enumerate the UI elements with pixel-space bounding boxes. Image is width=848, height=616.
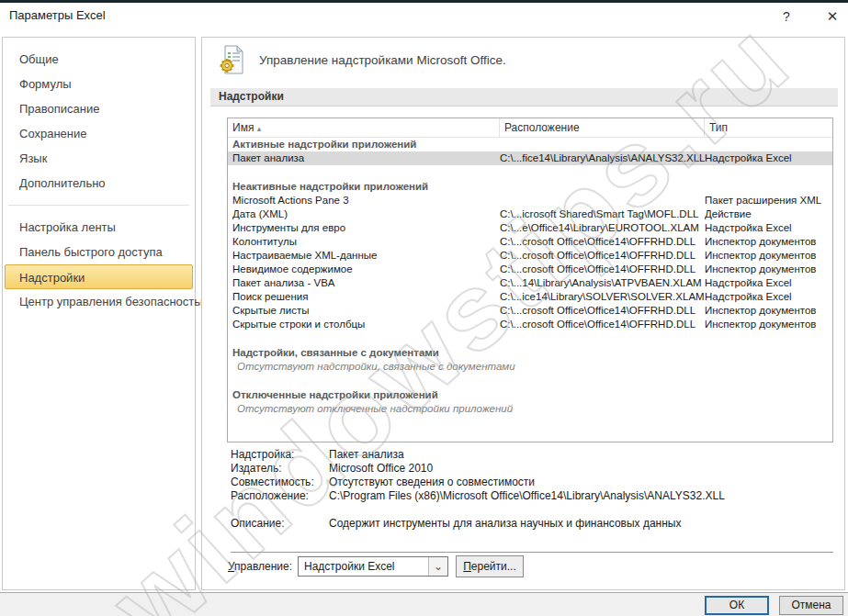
window-top-edge [0, 0, 848, 3]
addin-cell-name: Пакет анализа [228, 151, 500, 165]
addin-cell-type: Пакет расширения XML [705, 194, 832, 207]
window-title: Параметры Excel [9, 8, 106, 22]
detail-row: Надстройка:Пакет анализа [231, 448, 725, 462]
detail-value: C:\Program Files (x86)\Microsoft Office\… [329, 489, 725, 503]
addin-cell-name: Скрытые листы [228, 304, 500, 318]
addins-gear-document-icon [217, 44, 248, 75]
addin-cell-loc: C:\...14\Library\Analysis\ATPVBAEN.XLAM [500, 276, 705, 290]
detail-label: Издатель: [231, 462, 329, 476]
detail-value: Microsoft Office 2010 [329, 462, 433, 476]
detail-row: Описание:Содержит инструменты для анализ… [231, 517, 725, 531]
addins-page: Управление надстройками Microsoft Office… [201, 37, 845, 590]
addin-group-header: Активные надстройки приложений [228, 138, 832, 151]
addin-cell-loc: C:\...ice14\Library\SOLVER\SOLVER.XLAM [500, 290, 705, 304]
go-button-label: Перейти... [463, 556, 516, 577]
manage-label: Управление: [228, 560, 292, 573]
addin-row[interactable]: Инструменты для евроC:\...e\Office14\Lib… [228, 221, 832, 235]
detail-label: Совместимость: [231, 476, 329, 489]
detail-value: Пакет анализа [329, 448, 404, 462]
spacer-row [228, 165, 832, 180]
sidebar-item[interactable]: Сохранение [3, 121, 195, 146]
addin-cell-name: Скрытые строки и столбцы [228, 318, 500, 331]
detail-value: Отсутствуют сведения о совместимости [329, 476, 535, 489]
addin-placeholder: Отсутствуют надстройки, связанные с доку… [228, 360, 832, 374]
addin-row[interactable]: Пакет анализа - VBAC:\...14\Library\Anal… [228, 276, 832, 290]
addin-cell-type: Инспектор документов [705, 249, 832, 263]
addin-cell-name: Поиск решения [228, 290, 500, 304]
addin-cell-loc: C:\...e\Office14\Library\EUROTOOL.XLAM [500, 221, 705, 235]
detail-label: Описание: [231, 517, 329, 531]
addin-cell-type: Инспектор документов [705, 235, 832, 249]
addin-row[interactable]: Настраиваемые XML-данныеC:\...crosoft Of… [228, 249, 832, 263]
column-header-name-label: Имя [232, 121, 254, 134]
addin-row[interactable]: Скрытые листыC:\...crosoft Office\Office… [228, 304, 832, 318]
detail-label: Надстройка: [231, 448, 329, 462]
addin-cell-name: Инструменты для евро [228, 221, 500, 235]
detail-row: Расположение:C:\Program Files (x86)\Micr… [231, 489, 725, 503]
sidebar-separator [8, 205, 189, 206]
sidebar-item[interactable]: Общие [3, 47, 195, 72]
details-separator [231, 552, 833, 553]
sidebar-item[interactable]: Дополнительно [3, 171, 195, 196]
addins-table: Имя ▴ Расположение Тип Активные надстрой… [227, 118, 833, 442]
addin-cell-name: Невидимое содержимое [228, 263, 500, 276]
detail-row: Издатель:Microsoft Office 2010 [231, 462, 725, 476]
addin-row[interactable]: Невидимое содержимоеC:\...crosoft Office… [228, 263, 832, 276]
sidebar-item[interactable]: Центр управления безопасностью [3, 289, 195, 314]
addin-cell-loc: C:\...crosoft Office\Office14\OFFRHD.DLL [500, 235, 705, 249]
addin-cell-name: Microsoft Actions Pane 3 [228, 194, 500, 207]
dialog-footer: ОК Отмена [0, 592, 848, 616]
addin-group-header: Отключенные надстройки приложений [228, 388, 832, 402]
addin-cell-loc: C:\...crosoft Office\Office14\OFFRHD.DLL [500, 263, 705, 276]
manage-label-text: Управление: [228, 560, 292, 573]
section-header-addins: Надстройки [210, 88, 838, 106]
manage-dropdown[interactable]: Надстройки Excel ⌄ [298, 556, 448, 577]
sidebar-item[interactable]: Панель быстрого доступа [3, 240, 195, 264]
addin-cell-type: Инспектор документов [705, 304, 832, 318]
sort-ascending-icon: ▴ [257, 124, 262, 133]
column-header-location[interactable]: Расположение [500, 118, 705, 137]
detail-row: Совместимость:Отсутствуют сведения о сов… [231, 476, 725, 489]
addin-cell-loc [500, 194, 705, 207]
chevron-down-icon: ⌄ [428, 557, 447, 576]
addin-cell-name: Пакет анализа - VBA [228, 276, 500, 290]
options-sidebar: ОбщиеФормулыПравописаниеСохранениеЯзыкДо… [2, 37, 196, 590]
sidebar-item[interactable]: Надстройки [5, 264, 193, 289]
column-header-name[interactable]: Имя ▴ [228, 118, 500, 137]
go-button[interactable]: Перейти... [456, 555, 524, 577]
addin-cell-type: Инспектор документов [705, 318, 832, 331]
addin-row[interactable]: Поиск решенияC:\...ice14\Library\SOLVER\… [228, 290, 832, 304]
addin-row[interactable]: Скрытые строки и столбцыC:\...crosoft Of… [228, 318, 832, 331]
table-header-row: Имя ▴ Расположение Тип [228, 118, 832, 138]
page-title: Управление надстройками Microsoft Office… [259, 53, 506, 67]
page-header: Управление надстройками Microsoft Office… [217, 44, 506, 75]
addin-cell-loc: C:\...crosoft Office\Office14\OFFRHD.DLL [500, 318, 705, 331]
addin-row[interactable]: Microsoft Actions Pane 3Пакет расширения… [228, 194, 832, 207]
cancel-button[interactable]: Отмена [779, 596, 843, 615]
addin-cell-name: Дата (XML) [228, 207, 500, 221]
detail-label: Расположение: [231, 489, 329, 503]
addin-cell-type: Надстройка Excel [705, 221, 832, 235]
addin-details: Надстройка:Пакет анализаИздатель:Microso… [231, 448, 725, 531]
ok-button[interactable]: ОК [705, 596, 769, 615]
addin-cell-type: Инспектор документов [705, 263, 832, 276]
addin-cell-loc: C:\...icrosoft Shared\Smart Tag\MOFL.DLL [500, 207, 705, 221]
column-header-type[interactable]: Тип [705, 118, 832, 137]
spacer-row [228, 331, 832, 346]
help-icon[interactable]: ? [775, 5, 798, 28]
addin-row[interactable]: Пакет анализаC:\...fice14\Library\Analys… [228, 151, 832, 165]
detail-value: Содержит инструменты для анализа научных… [329, 517, 682, 531]
addin-cell-loc: C:\...crosoft Office\Office14\OFFRHD.DLL [500, 249, 705, 263]
addin-row[interactable]: Дата (XML)C:\...icrosoft Shared\Smart Ta… [228, 207, 832, 221]
sidebar-item[interactable]: Формулы [3, 72, 195, 96]
sidebar-item[interactable]: Настройка ленты [3, 215, 195, 240]
column-header-type-label: Тип [709, 121, 728, 134]
close-icon[interactable]: ✕ [819, 3, 846, 30]
addin-row[interactable]: КолонтитулыC:\...crosoft Office\Office14… [228, 235, 832, 249]
addin-cell-type: Надстройка Excel [705, 290, 832, 304]
sidebar-item[interactable]: Правописание [3, 96, 195, 121]
addin-cell-type: Действие [705, 207, 832, 221]
manage-dropdown-value: Надстройки Excel [299, 560, 428, 573]
sidebar-item[interactable]: Язык [3, 146, 195, 171]
addin-cell-loc: C:\...fice14\Library\Analysis\ANALYS32.X… [500, 151, 705, 165]
